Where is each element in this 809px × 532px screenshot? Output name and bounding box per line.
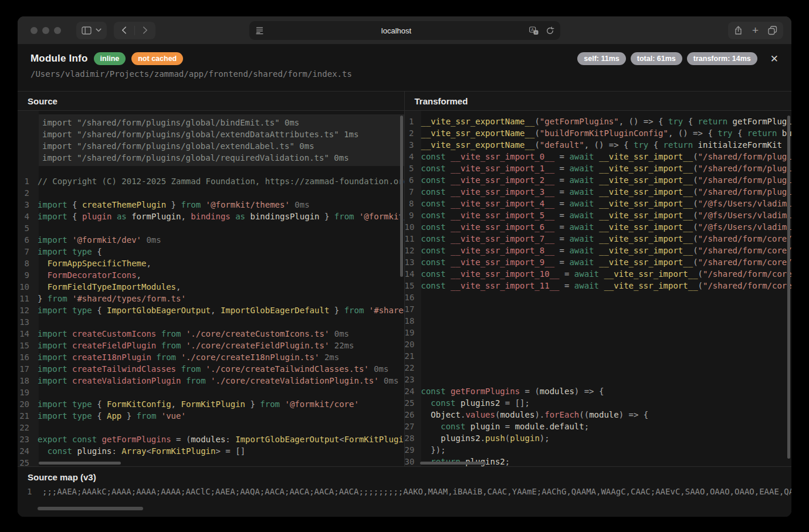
code-line: 4const __vite_ssr_import_0__ = await __v… [405, 151, 792, 162]
code-line: 4import { plugin as formPlugin, bindings… [18, 211, 404, 222]
code-text: import type { App } from 'vue' [34, 410, 186, 422]
code-text [418, 362, 421, 374]
toolbar-right-group: + [728, 22, 783, 39]
code-line: 6const __vite_ssr_import_2__ = await __v… [405, 174, 792, 186]
line-number: 3 [18, 199, 34, 211]
line-number: 12 [18, 304, 34, 316]
line-number: 28 [405, 432, 418, 444]
close-window-button[interactable] [31, 27, 38, 34]
code-text: import { plugin as formPlugin, bindings … [34, 211, 404, 222]
code-line: 13const __vite_ssr_import_9__ = await __… [405, 256, 792, 268]
code-line: 5const __vite_ssr_import_1__ = await __v… [405, 162, 792, 174]
line-number: 23 [18, 433, 34, 445]
source-horizontal-scrollbar[interactable] [39, 462, 121, 465]
code-line: 15const __vite_ssr_import_11__ = await _… [405, 280, 792, 292]
module-file-path: /Users/vladimir/Projects/zammad/app/fron… [31, 69, 778, 79]
total-time-badge: total: 61ms [631, 52, 682, 65]
chevron-down-icon[interactable] [96, 28, 101, 32]
code-text [418, 303, 421, 315]
transformed-horizontal-scrollbar[interactable] [420, 462, 486, 465]
share-icon[interactable] [734, 26, 743, 35]
code-text [34, 387, 38, 398]
line-number: 16 [405, 292, 418, 303]
code-text: const __vite_ssr_import_4__ = await __vi… [418, 198, 792, 209]
transformed-panel-header: Transformed [405, 92, 792, 111]
line-number: 23 [405, 374, 418, 385]
line-number: 1 [18, 175, 34, 187]
svg-text:x: x [535, 31, 537, 34]
line-number: 2 [18, 187, 34, 199]
line-number: 7 [18, 246, 34, 257]
line-number: 27 [405, 421, 418, 432]
transformed-code-area[interactable]: 1__vite_ssr_exportName__("getFormPlugins… [405, 111, 792, 466]
code-text: import createTailwindClasses from './cor… [34, 363, 388, 375]
reader-view-icon[interactable] [255, 26, 264, 35]
transformed-vertical-scrollbar[interactable] [787, 116, 790, 459]
code-line: 20import type { FormKitConfig, FormKitPl… [18, 398, 404, 410]
line-number: 21 [18, 410, 34, 422]
inline-imports-box: import "/shared/form/plugins/global/bind… [39, 114, 404, 166]
code-line: 23 [405, 374, 792, 385]
new-tab-icon[interactable]: + [752, 25, 759, 36]
source-panel-header: Source [18, 92, 404, 111]
code-line: 9const __vite_ssr_import_5__ = await __v… [405, 209, 792, 221]
code-panels: Source import "/shared/form/plugins/glob… [18, 91, 791, 466]
code-text: const __vite_ssr_import_11__ = await __v… [418, 280, 792, 292]
code-text: plugins2.push(plugin); [418, 432, 550, 444]
line-number: 15 [405, 280, 418, 292]
line-number: 6 [18, 234, 34, 246]
code-line: 16 [405, 292, 792, 303]
code-text: const __vite_ssr_import_10__ = await __v… [418, 268, 792, 280]
not-cached-badge: not cached [131, 52, 183, 65]
line-number: 25 [18, 457, 34, 466]
line-number: 19 [405, 327, 418, 338]
sidebar-icon[interactable] [82, 26, 92, 35]
code-text: import createFieldPlugin from './core/cr… [34, 340, 354, 351]
line-number: 20 [405, 338, 418, 350]
code-line: 2__vite_ssr_exportName__("buildFormKitPl… [405, 127, 792, 139]
code-line: 9 FormDecoratorIcons, [18, 269, 404, 281]
code-text [34, 457, 38, 466]
line-number: 19 [18, 387, 34, 398]
line-number: 21 [405, 350, 418, 362]
reload-icon[interactable] [546, 26, 554, 35]
code-line: 5 [18, 222, 404, 234]
code-line: 23export const getFormPlugins = (modules… [18, 433, 404, 445]
minimize-window-button[interactable] [42, 27, 49, 34]
address-bar[interactable]: localhost A x [249, 21, 560, 40]
code-text: const __vite_ssr_import_3__ = await __vi… [418, 186, 792, 198]
line-number: 7 [405, 186, 418, 198]
self-time-badge: self: 11ms [577, 52, 625, 65]
code-line: 19 [18, 387, 404, 398]
close-icon[interactable]: ✕ [770, 54, 778, 64]
code-line: 8const __vite_ssr_import_4__ = await __v… [405, 198, 792, 209]
zoom-window-button[interactable] [54, 27, 61, 34]
sourcemap-horizontal-scrollbar[interactable] [38, 507, 143, 510]
line-number: 3 [405, 139, 418, 151]
line-number: 22 [405, 362, 418, 374]
code-text: Object.values(modules).forEach((module) … [418, 409, 649, 421]
line-number: 10 [18, 281, 34, 293]
line-number: 24 [405, 385, 418, 397]
source-code-area[interactable]: import "/shared/form/plugins/global/bind… [18, 111, 404, 466]
code-line: 18 [405, 315, 792, 327]
code-text: const plugins2 = []; [418, 397, 530, 409]
nav-buttons [114, 22, 155, 39]
forward-button[interactable] [135, 22, 155, 39]
line-number: 24 [18, 445, 34, 457]
code-line: 10const __vite_ssr_import_6__ = await __… [405, 221, 792, 233]
code-text: FormAppSpecificTheme, [34, 257, 151, 269]
translate-icon[interactable]: A x [529, 26, 539, 35]
url-text[interactable]: localhost [264, 26, 529, 35]
back-button[interactable] [114, 22, 134, 39]
source-vertical-scrollbar[interactable] [400, 116, 403, 277]
code-text: import type { ImportGlobEagerOutput, Imp… [34, 304, 404, 316]
code-line: 15import createFieldPlugin from './core/… [18, 340, 404, 351]
code-line: 21 [405, 350, 792, 362]
tab-overview-icon[interactable] [768, 26, 777, 35]
code-text [418, 374, 421, 385]
module-info-header: Module Info inline not cached self: 11ms… [18, 45, 791, 91]
line-number: 15 [18, 340, 34, 351]
code-text: const plugins: Array<FormKitPlugin> = [] [34, 445, 245, 457]
code-line: 13 [18, 316, 404, 328]
